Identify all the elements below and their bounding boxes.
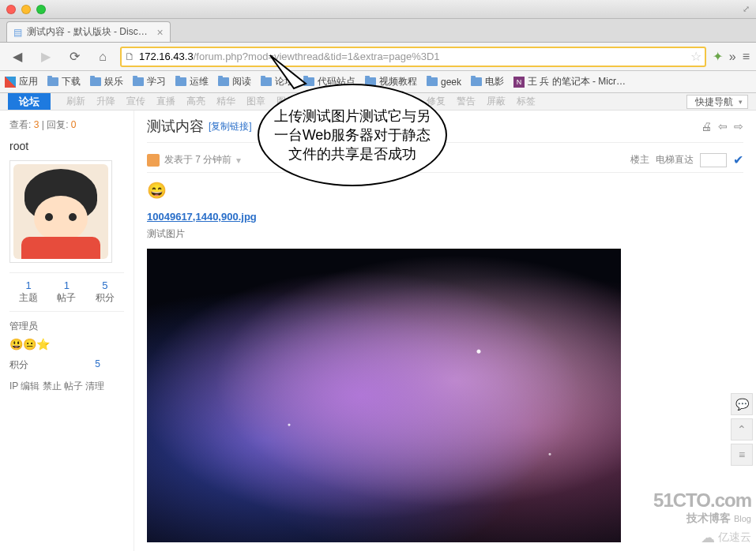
next-thread-icon[interactable]: ⇨ — [734, 120, 743, 133]
close-tab-icon[interactable]: × — [156, 26, 163, 39]
op-badge-icon — [147, 154, 160, 167]
stat-topics[interactable]: 1主题 — [19, 279, 38, 305]
elevator-label: 电梯直达 — [656, 153, 694, 167]
author-role: 管理员 — [9, 320, 124, 333]
elevator-input[interactable] — [700, 153, 727, 167]
browser-tab-strip: ▤ 测试内容 - 默认版块 - Disc… × — [0, 19, 756, 43]
thread-stats: 查看: 3 | 回复: 0 — [9, 118, 124, 132]
bookmark-folder[interactable]: 学习 — [133, 75, 166, 88]
post-time: 发表于 7 分钟前 — [164, 153, 231, 167]
mod-action[interactable]: 标签 — [517, 95, 536, 108]
browser-toolbar: ◀ ▶ ⟳ ⌂ 🗋 172.16.43.3/forum.php?mod=view… — [0, 43, 756, 71]
folder-icon — [175, 77, 186, 86]
scroll-top-button[interactable]: ⌃ — [731, 418, 753, 440]
mod-action[interactable]: 刷新 — [66, 95, 85, 108]
mod-action[interactable]: 警告 — [457, 95, 476, 108]
feedback-button[interactable]: 💬 — [731, 393, 753, 415]
zoom-window-icon[interactable] — [36, 5, 46, 14]
home-button[interactable]: ⌂ — [92, 46, 114, 68]
attachment-link[interactable]: 10049617,1440,900.jpg — [147, 211, 257, 223]
folder-icon — [90, 77, 101, 86]
evernote-icon[interactable]: ✦ — [713, 49, 723, 64]
mod-action[interactable]: 屏蔽 — [487, 95, 506, 108]
apps-shortcut[interactable]: 应用 — [5, 75, 38, 88]
author-username[interactable]: root — [9, 140, 124, 152]
mod-action[interactable]: 高亮 — [186, 95, 205, 108]
mod-action[interactable]: 宣传 — [126, 95, 145, 108]
folder-icon — [471, 77, 482, 86]
favicon-icon: ▤ — [13, 27, 22, 38]
folder-icon — [133, 77, 144, 86]
minimize-window-icon[interactable] — [21, 5, 31, 14]
bookmark-onenote[interactable]: N王 兵 的笔记本 - Micr… — [513, 75, 626, 88]
post-body: 😄 10049617,1440,900.jpg 测试图片 — [147, 173, 743, 542]
bookmark-star-icon[interactable]: ☆ — [690, 49, 701, 64]
address-bar[interactable]: 🗋 172.16.43.3/forum.php?mod=viewthread&t… — [120, 47, 706, 67]
stat-posts[interactable]: 1帖子 — [57, 279, 76, 305]
back-button[interactable]: ◀ — [6, 46, 28, 68]
author-mod-ops[interactable]: IP 编辑 禁止 帖子 清理 — [9, 380, 124, 393]
forward-button[interactable]: ▶ — [35, 46, 57, 68]
forum-tab[interactable]: 论坛 — [8, 93, 51, 110]
thread-title: 测试内容 — [147, 117, 204, 136]
author-badges: 😃😐⭐ — [9, 338, 124, 350]
onenote-icon: N — [513, 77, 525, 88]
extensions-overflow-icon[interactable]: » — [729, 50, 736, 64]
author-stats: 1主题 1帖子 5积分 — [9, 272, 124, 312]
page-icon: 🗋 — [125, 51, 139, 62]
bookmark-folder[interactable]: 阅读 — [218, 75, 251, 88]
elevator-go-icon[interactable]: ✔ — [733, 152, 743, 167]
apps-icon — [5, 77, 16, 88]
watermark: 51CTO.com 技术博客 Blog ☁亿速云 — [653, 489, 751, 546]
bookmark-folder[interactable]: 运维 — [175, 75, 209, 88]
quick-nav-dropdown[interactable]: 快捷导航 — [686, 95, 748, 109]
reload-button[interactable]: ⟳ — [63, 46, 85, 68]
mod-action[interactable]: 精华 — [216, 95, 235, 108]
close-window-icon[interactable] — [6, 5, 16, 14]
post-image[interactable] — [147, 249, 621, 542]
annotation-callout: 上传测试图片测试它与另一台Web服务器对于静态文件的共享是否成功 — [258, 84, 447, 202]
list-button[interactable]: ≡ — [731, 444, 753, 466]
mod-action[interactable]: 直播 — [156, 95, 175, 108]
user-sidebar: 查看: 3 | 回复: 0 root 1主题 1帖子 5积分 管理员 😃😐⭐ 积… — [0, 111, 134, 551]
mod-action[interactable]: 升降 — [96, 95, 115, 108]
folder-icon — [218, 77, 229, 86]
menu-icon[interactable]: ≡ — [743, 50, 750, 64]
floor-label: 楼主 — [630, 153, 649, 167]
author-avatar[interactable] — [9, 160, 112, 263]
url-text: 172.16.43.3/forum.php?mod=viewthread&tid… — [139, 51, 686, 62]
author-score-line: 积分5 — [9, 358, 124, 372]
window-titlebar: ⤢ — [0, 0, 756, 19]
browser-tab[interactable]: ▤ 测试内容 - 默认版块 - Disc… × — [6, 21, 171, 42]
bookmark-folder[interactable]: 娱乐 — [90, 75, 123, 88]
only-author-toggle[interactable]: ▾ — [236, 155, 241, 166]
bookmark-folder[interactable]: 下载 — [47, 75, 81, 88]
bookmark-folder[interactable]: 电影 — [471, 75, 504, 88]
prev-thread-icon[interactable]: ⇦ — [718, 120, 728, 133]
stat-score[interactable]: 5积分 — [96, 279, 115, 305]
tab-title: 测试内容 - 默认版块 - Disc… — [27, 25, 148, 39]
folder-icon — [47, 77, 58, 86]
print-icon[interactable]: 🖨 — [701, 120, 712, 133]
annotation-text: 上传测试图片测试它与另一台Web服务器对于静态文件的共享是否成功 — [258, 84, 447, 186]
attachment-caption: 测试图片 — [147, 227, 743, 241]
side-float-buttons: 💬 ⌃ ≡ — [731, 393, 753, 466]
cloud-icon: ☁ — [701, 529, 715, 546]
callout-tail-icon — [262, 54, 318, 93]
copy-link[interactable]: [复制链接] — [209, 120, 252, 133]
fullscreen-icon[interactable]: ⤢ — [743, 4, 750, 14]
